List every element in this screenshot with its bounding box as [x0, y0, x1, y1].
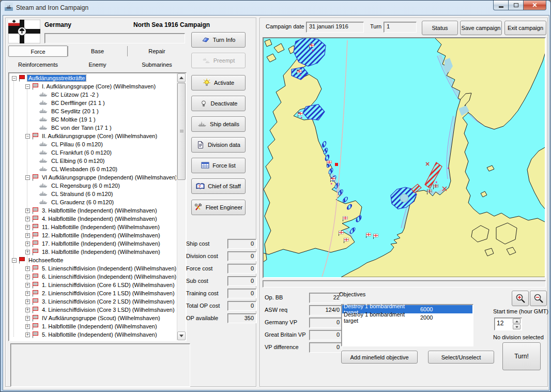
fleet-engineer-button[interactable]: Fleet Engineer	[191, 200, 246, 215]
expand-icon[interactable]: +	[25, 324, 30, 329]
tree-item-label[interactable]: BC Seydlitz (20 1 )	[50, 108, 100, 114]
tree-item[interactable]: +2. Linienschiffdivision (Core 1 LSD) (W…	[10, 289, 176, 297]
spinner-down-button[interactable]	[513, 324, 521, 329]
tree-item-label[interactable]: VI Aufklärungsgruppe (Independent) (Wilh…	[41, 174, 176, 180]
scrollbar-thumb[interactable]	[177, 83, 186, 180]
tree-item[interactable]: BC Derfflinger (21 1 )	[10, 99, 176, 107]
tree-item-label[interactable]: II. Aufklärungsgruppe (Core) (Wilhelmsha…	[41, 133, 158, 139]
exit-campaign-button[interactable]: Exit campaign	[504, 21, 546, 35]
tree-item-label[interactable]: 12. Halbflottille (Independent) (Wilhelm…	[41, 232, 161, 238]
tree-item[interactable]: BC Moltke (19 1 )	[10, 115, 176, 124]
tree-item[interactable]: +1. Linienschiffdivision (Core 6 LSD) (W…	[10, 281, 176, 289]
close-button[interactable]: ✕	[523, 1, 546, 10]
ship-details-button[interactable]: Ship details	[191, 116, 246, 132]
tree-scrollbar[interactable]	[177, 73, 186, 340]
collapse-icon[interactable]: −	[25, 84, 30, 89]
tab-repair[interactable]: Repair	[127, 46, 187, 57]
tree-item[interactable]: +3. Halbflottille (Independent) (Wilhelm…	[10, 206, 176, 215]
select-unselect-button[interactable]: Select/Unselect	[428, 351, 494, 364]
expand-icon[interactable]: +	[25, 217, 30, 221]
expand-icon[interactable]: +	[25, 225, 30, 230]
expand-icon[interactable]: +	[25, 299, 30, 304]
objective-item[interactable]: Destroy 1 bombardment target2000	[342, 313, 472, 322]
tree-item[interactable]: +IV Aufklärungsgruppe (Scout) (Wilhelmsh…	[10, 314, 176, 322]
tree-item[interactable]: +4. Halbflottille (Independent) (Wilhelm…	[10, 215, 176, 223]
tree-item[interactable]: CL Elbing (6 0 m120)	[10, 157, 176, 165]
add-minefield-objective-button[interactable]: Add minefield objective	[341, 351, 418, 364]
tree-item[interactable]: +5. Halbflottille (Independent) (Wilhelm…	[10, 330, 176, 339]
division-data-button[interactable]: Division data	[191, 137, 246, 153]
expand-icon[interactable]: +	[25, 316, 30, 321]
scroll-up-button[interactable]	[177, 73, 186, 82]
force-list-button[interactable]: Force list	[191, 158, 246, 173]
tree-item[interactable]: +6. Halbflottille (Independent) (Wilhelm…	[10, 339, 176, 340]
tree-item[interactable]: +3. Linienschiffdivision (Core 2 LSD) (W…	[10, 297, 176, 306]
collapse-icon[interactable]: −	[12, 258, 17, 263]
expand-icon[interactable]: +	[25, 333, 30, 337]
tree-item[interactable]: +6. Linienschiffdivision (Independent) (…	[10, 273, 176, 281]
zoom-out-button[interactable]	[530, 291, 547, 306]
force-name-field[interactable]	[44, 33, 185, 43]
expand-icon[interactable]: +	[25, 275, 30, 279]
tree-item[interactable]: −VI Aufklärungsgruppe (Independent) (Wil…	[10, 173, 176, 182]
tree-item-label[interactable]: BC Lützow (21 -2 )	[50, 92, 100, 98]
force-tree[interactable]: −Aufklärungsstreitkräfte−I. Aufklärungsg…	[8, 72, 187, 341]
tree-item-label[interactable]: BC Derfflinger (21 1 )	[50, 100, 106, 106]
expand-icon[interactable]: +	[25, 308, 30, 312]
tree-item-label[interactable]: 18. Halbflottille (Independent) (Wilhelm…	[41, 249, 161, 255]
tree-item[interactable]: BC Seydlitz (20 1 )	[10, 107, 176, 115]
collapse-icon[interactable]: −	[25, 134, 30, 139]
tree-item[interactable]: CL Wiesbaden (6 0 m120)	[10, 165, 176, 173]
collapse-icon[interactable]: −	[12, 76, 17, 81]
tree-item-label[interactable]: 3. Linienschiffdivision (Core 2 LSD) (Wi…	[41, 298, 176, 305]
tree-item-label[interactable]: IV Aufklärungsgruppe (Scout) (Wilhelmsha…	[41, 315, 161, 321]
tree-item-label[interactable]: 1. Halbflottille (Independent) (Wilhelms…	[41, 323, 158, 329]
tree-item[interactable]: BC Lützow (21 -2 )	[10, 91, 176, 99]
spinner-up-button[interactable]	[513, 319, 521, 324]
tree-item-label[interactable]: CL Regensburg (6 0 m120)	[50, 183, 121, 189]
tree-item-label[interactable]: CL Frankfurt (6 0 m120)	[50, 149, 113, 156]
tree-item[interactable]: −Hochseeflotte	[10, 256, 176, 264]
tree-item[interactable]: +5. Linienschiffdivision (Independent) (…	[10, 264, 176, 273]
expand-icon[interactable]: +	[25, 266, 30, 271]
tab-submarines[interactable]: Submarines	[127, 59, 187, 70]
tree-item-label[interactable]: 6. Linienschiffdivision (Independent) (W…	[41, 274, 176, 280]
tree-item-label[interactable]: BC von der Tann (17 1 )	[50, 125, 113, 131]
tree-item-label[interactable]: CL Graudenz (6 0 m120)	[50, 199, 115, 205]
tree-item-label[interactable]: CL Pillau (6 0 m120)	[50, 141, 104, 147]
save-campaign-button[interactable]: Save campaign	[460, 21, 502, 35]
deactivate-button[interactable]: Deactivate	[191, 96, 246, 111]
tree-item-label[interactable]: CL Wiesbaden (6 0 m120)	[50, 166, 118, 172]
status-button[interactable]: Status	[422, 21, 458, 35]
start-time-spinner[interactable]: 12	[494, 318, 522, 330]
activate-button[interactable]: Activate	[191, 75, 246, 91]
tree-item[interactable]: CL Pillau (6 0 m120)	[10, 140, 176, 148]
tree-item-label[interactable]: 2. Linienschiffdivision (Core 1 LSD) (Wi…	[41, 290, 176, 296]
tree-item-label[interactable]: 11. Halbflottille (Independent) (Wilhelm…	[41, 224, 161, 230]
tree-item-label[interactable]: I. Aufklärungsgruppe (Core) (Wilhelmshav…	[41, 83, 157, 89]
tree-item[interactable]: CL Graudenz (6 0 m120)	[10, 198, 176, 206]
chief-of-staff-button[interactable]: ?Chief of Staff	[191, 178, 246, 194]
minimize-button[interactable]	[493, 1, 509, 10]
expand-icon[interactable]: +	[25, 208, 30, 213]
tree-item-label[interactable]: BC Moltke (19 1 )	[50, 116, 97, 123]
tree-item[interactable]: +1. Halbflottille (Independent) (Wilhelm…	[10, 322, 176, 330]
zoom-in-button[interactable]	[512, 291, 529, 306]
scroll-down-button[interactable]	[177, 331, 186, 340]
expand-icon[interactable]: +	[25, 291, 30, 296]
tree-item[interactable]: BC von der Tann (17 1 )	[10, 124, 176, 132]
expand-icon[interactable]: +	[25, 283, 30, 288]
north-sea-map[interactable]	[263, 37, 546, 278]
title-bar[interactable]: Steam and Iron Campaign	[1, 1, 550, 15]
expand-icon[interactable]: +	[25, 233, 30, 238]
tree-item-label[interactable]: 5. Linienschiffdivision (Independent) (W…	[41, 265, 176, 272]
expand-icon[interactable]: +	[25, 250, 30, 254]
preempt-button[interactable]: Preempt	[191, 53, 246, 68]
tab-force[interactable]: Force	[8, 46, 68, 57]
tree-item-label[interactable]: 17. Halbflottille (Independent) (Wilhelm…	[41, 240, 161, 247]
tree-item[interactable]: +11. Halbflottille (Independent) (Wilhel…	[10, 223, 176, 231]
expand-icon[interactable]: +	[25, 242, 30, 246]
tree-item[interactable]: CL Stralsund (6 0 m120)	[10, 190, 176, 198]
tab-reinforcements[interactable]: Reinforcements	[8, 59, 68, 70]
tree-item[interactable]: −I. Aufklärungsgruppe (Core) (Wilhelmsha…	[10, 82, 176, 91]
